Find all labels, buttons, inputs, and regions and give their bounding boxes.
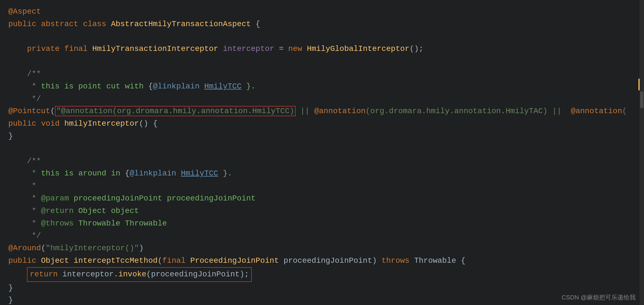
code-line-6: /** bbox=[8, 68, 627, 80]
code-line-11: } bbox=[8, 130, 627, 143]
code-line-3 bbox=[8, 31, 627, 43]
watermark: CSDN @麻烦把可乐递给我 bbox=[562, 292, 636, 302]
code-line-22: return interceptor.invoke(proceedingJoin… bbox=[8, 267, 627, 282]
code-line-24: } bbox=[8, 294, 627, 305]
code-line-18: * @throws Throwable Throwable bbox=[8, 217, 627, 230]
code-line-14: * this is around in {@linkplain HmilyTCC… bbox=[8, 167, 627, 180]
code-line-8: */ bbox=[8, 93, 627, 105]
code-line-13: /** bbox=[8, 155, 627, 168]
code-line-23: } bbox=[8, 282, 627, 294]
code-line-16: * @param proceedingJoinPoint proceedingJ… bbox=[8, 192, 627, 205]
code-line-10: public void hmilyInterceptor() { bbox=[8, 118, 627, 130]
code-editor: @Aspect public abstract class AbstractHm… bbox=[0, 0, 644, 305]
code-line-7: * this is point cut with {@linkplain Hmi… bbox=[8, 80, 627, 93]
code-line-20: @Around("hmilyInterceptor()") bbox=[8, 242, 627, 255]
code-line-1: @Aspect bbox=[8, 6, 627, 18]
code-line-15: * bbox=[8, 180, 627, 192]
code-line-2: public abstract class AbstractHmilyTrans… bbox=[8, 18, 627, 31]
code-line-4: private final HmilyTransactionIntercepto… bbox=[8, 43, 627, 55]
code-line-12 bbox=[8, 143, 627, 155]
code-line-21: public Object interceptTccMethod(final P… bbox=[8, 255, 627, 267]
code-line-19: */ bbox=[8, 230, 627, 242]
scrollbar[interactable] bbox=[640, 0, 644, 305]
code-line-17: * @return Object object bbox=[8, 205, 627, 217]
scrollbar-thumb[interactable] bbox=[640, 91, 643, 108]
code-line-5 bbox=[8, 55, 627, 68]
code-line-9: @Pointcut("@annotation(org.dromara.hmily… bbox=[8, 105, 627, 118]
